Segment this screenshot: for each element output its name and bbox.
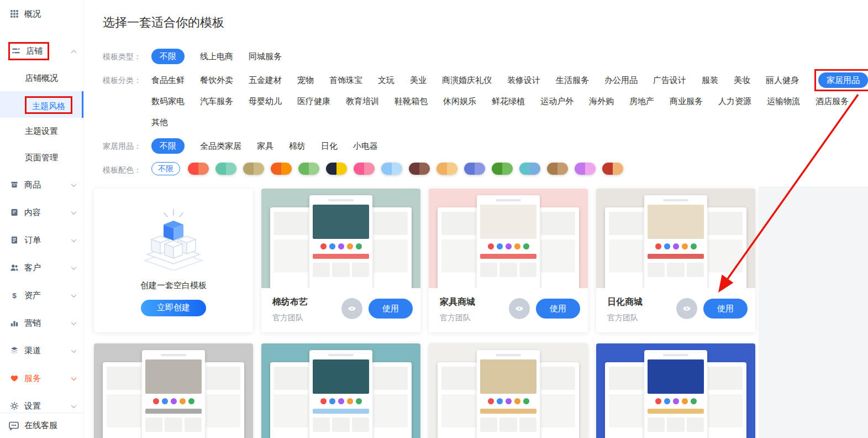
filter-label-palette: 模板配色： xyxy=(103,162,151,178)
category-option[interactable]: 数码家电 xyxy=(151,93,185,109)
category-option[interactable]: 其他 xyxy=(151,114,168,130)
template-card-furniture-mall[interactable]: 家具商城官方团队使用 xyxy=(429,189,588,332)
category-option[interactable]: 酒店服务 xyxy=(816,93,849,109)
home-subcategory-option[interactable]: 家具 xyxy=(257,138,273,154)
category-option[interactable]: 运输物流 xyxy=(767,93,800,109)
use-template-button[interactable]: 使用 xyxy=(369,299,413,319)
template-type-option[interactable]: 同城服务 xyxy=(249,49,282,64)
sidebar-item-service[interactable]: 服务 xyxy=(0,364,83,392)
category-option[interactable]: 房地产 xyxy=(629,93,654,109)
sidebar-item-asset[interactable]: $资产 xyxy=(0,281,83,309)
sidebar-subitem-theme-style[interactable]: 主题风格 xyxy=(0,91,83,118)
category-option[interactable]: 餐饮外卖 xyxy=(200,72,233,88)
home-subcategory-option[interactable]: 不限 xyxy=(151,138,185,154)
sidebar-item-shop[interactable]: 店铺 xyxy=(0,37,83,65)
template-preview-image[interactable] xyxy=(261,343,420,438)
palette-option-none[interactable]: 不限 xyxy=(151,162,180,175)
chevron-down-icon xyxy=(71,209,77,215)
palette-swatch[interactable] xyxy=(547,163,568,175)
palette-swatch[interactable] xyxy=(492,163,513,175)
palette-swatch[interactable] xyxy=(271,163,292,175)
template-card-modern-furniture[interactable] xyxy=(94,343,253,438)
category-option[interactable]: 教育培训 xyxy=(346,93,379,109)
category-option[interactable]: 商业服务 xyxy=(670,93,703,109)
palette-swatch[interactable] xyxy=(215,163,236,175)
category-option[interactable]: 文玩 xyxy=(378,72,394,88)
category-option[interactable]: 鞋靴箱包 xyxy=(394,93,428,109)
category-option[interactable]: 汽车服务 xyxy=(200,93,233,109)
category-option[interactable]: 运动户外 xyxy=(540,93,574,109)
template-preview-image[interactable] xyxy=(94,343,253,438)
palette-swatch[interactable] xyxy=(298,163,319,175)
palette-swatch[interactable] xyxy=(354,163,375,175)
template-type-option[interactable]: 不限 xyxy=(151,49,185,64)
template-card-cotton-fabric[interactable]: 棉纺布艺官方团队使用 xyxy=(261,189,420,332)
template-preview-image[interactable] xyxy=(261,189,420,288)
template-card-home-goods-blue[interactable] xyxy=(596,343,755,438)
template-preview-image[interactable] xyxy=(596,189,755,288)
sidebar-item-online-service[interactable]: 在线客服 xyxy=(0,413,83,438)
filter-label-home-sub: 家居用品： xyxy=(103,138,151,154)
sidebar-item-marketing[interactable]: 营销 xyxy=(0,309,83,337)
palette-swatch[interactable] xyxy=(436,163,457,175)
sidebar-item-overview[interactable]: 概况 xyxy=(0,0,83,28)
template-type-option[interactable]: 线上电商 xyxy=(200,49,233,64)
template-preview-image[interactable] xyxy=(429,189,588,288)
template-card-small-appliance[interactable] xyxy=(261,343,420,438)
template-preview-image[interactable] xyxy=(596,343,755,438)
category-option[interactable]: 服装 xyxy=(702,72,718,88)
preview-eye-button[interactable] xyxy=(341,298,362,319)
sidebar-subitem-shop-overview[interactable]: 店铺概况 xyxy=(0,65,83,91)
template-card-daily-goods[interactable] xyxy=(429,343,588,438)
category-option[interactable]: 母婴幼儿 xyxy=(249,93,282,109)
category-option[interactable]: 休闲娱乐 xyxy=(443,93,476,109)
preview-side-phone xyxy=(704,207,746,288)
category-option[interactable]: 商演婚庆礼仪 xyxy=(442,72,492,88)
category-option[interactable]: 美业 xyxy=(410,72,427,88)
create-now-button[interactable]: 立即创建 xyxy=(141,300,206,316)
category-option[interactable]: 人力资源 xyxy=(718,93,751,109)
palette-swatch[interactable] xyxy=(188,163,209,175)
use-template-button[interactable]: 使用 xyxy=(703,299,748,319)
category-option-selected[interactable]: 家居用品 xyxy=(818,72,868,88)
category-option[interactable]: 宠物 xyxy=(297,72,314,88)
category-option[interactable]: 装修设计 xyxy=(507,72,540,88)
category-option[interactable]: 丽人健身 xyxy=(766,72,799,88)
category-option[interactable]: 首饰珠宝 xyxy=(329,72,362,88)
palette-swatch[interactable] xyxy=(519,163,540,175)
preview-eye-button[interactable] xyxy=(676,298,697,319)
category-option[interactable]: 广告设计 xyxy=(653,72,686,88)
palette-swatch[interactable] xyxy=(381,163,402,175)
category-option[interactable]: 海外购 xyxy=(589,93,614,109)
preview-eye-button[interactable] xyxy=(509,298,530,319)
sidebar-item-content[interactable]: 内容 xyxy=(0,199,83,226)
template-preview-image[interactable] xyxy=(429,343,588,438)
category-option[interactable]: 生活服务 xyxy=(556,72,589,88)
sidebar-item-order[interactable]: 订单 xyxy=(0,226,83,254)
sidebar-item-channel[interactable]: 渠道 xyxy=(0,337,83,364)
category-option[interactable]: 食品生鲜 xyxy=(151,72,185,88)
sidebar-item-customer[interactable]: 客户 xyxy=(0,254,83,281)
sidebar-subitem-page-management[interactable]: 页面管理 xyxy=(0,144,83,171)
template-card-info: 棉纺布艺官方团队使用 xyxy=(261,288,420,332)
palette-swatch[interactable] xyxy=(464,163,485,175)
category-option[interactable]: 医疗健康 xyxy=(297,93,330,109)
palette-swatch[interactable] xyxy=(409,163,430,175)
palette-swatch[interactable] xyxy=(602,163,623,175)
use-template-button[interactable]: 使用 xyxy=(536,299,580,319)
category-option[interactable]: 鲜花绿植 xyxy=(492,93,525,109)
palette-swatch[interactable] xyxy=(243,163,264,175)
category-option[interactable]: 五金建材 xyxy=(249,72,282,88)
create-blank-template-card[interactable]: 创建一套空白模板 立即创建 xyxy=(94,189,253,332)
home-subcategory-option[interactable]: 棉纺 xyxy=(289,138,306,154)
home-subcategory-option[interactable]: 全品类家居 xyxy=(200,138,241,154)
category-option[interactable]: 办公用品 xyxy=(604,72,638,88)
sidebar-subitem-theme-settings[interactable]: 主题设置 xyxy=(0,118,83,144)
sidebar-item-goods[interactable]: 商品 xyxy=(0,171,83,199)
palette-swatch[interactable] xyxy=(575,163,596,175)
template-card-daily-chemical-mall[interactable]: 日化商城官方团队使用 xyxy=(596,189,755,332)
palette-swatch[interactable] xyxy=(326,163,347,175)
category-option[interactable]: 美妆 xyxy=(734,72,750,88)
home-subcategory-option[interactable]: 小电器 xyxy=(353,138,378,154)
home-subcategory-option[interactable]: 日化 xyxy=(321,138,338,154)
